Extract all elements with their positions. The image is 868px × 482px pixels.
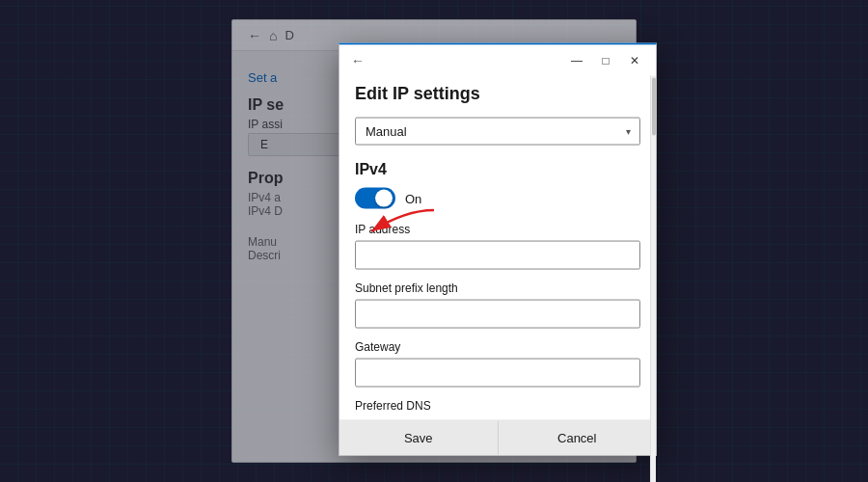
cancel-button[interactable]: Cancel — [499, 421, 657, 455]
ipv4-toggle[interactable] — [355, 188, 395, 209]
gateway-label: Gateway — [355, 340, 640, 354]
toggle-thumb — [375, 190, 393, 207]
home-icon: ⌂ — [269, 28, 277, 43]
modal-body: Edit IP settings Manual ▾ IPv4 On IP add… — [339, 76, 656, 420]
modal-titlebar: ← — □ ✕ — [339, 45, 656, 76]
modal-title: Edit IP settings — [355, 84, 640, 104]
gateway-input[interactable] — [355, 359, 640, 388]
back-arrow-icon: ← — [240, 24, 269, 47]
scrollbar[interactable] — [650, 76, 656, 482]
ip-mode-dropdown-wrapper: Manual ▾ — [355, 118, 640, 146]
restore-button[interactable]: □ — [592, 47, 619, 74]
ip-mode-dropdown[interactable]: Manual — [355, 118, 640, 146]
modal-footer: Save Cancel — [339, 420, 656, 455]
toggle-on-label: On — [405, 191, 421, 205]
minimize-button[interactable]: — — [563, 47, 590, 74]
ip-address-label: IP address — [355, 223, 640, 236]
preferred-dns-label: Preferred DNS — [355, 399, 640, 420]
subnet-label: Subnet prefix length — [355, 281, 640, 295]
subnet-input[interactable] — [355, 300, 640, 329]
modal-back-icon[interactable]: ← — [351, 53, 365, 68]
breadcrumb: D — [285, 28, 293, 42]
ipv4-heading: IPv4 — [355, 161, 640, 178]
save-button[interactable]: Save — [339, 421, 499, 455]
edit-ip-settings-dialog: ← — □ ✕ Edit IP settings Manual ▾ IPv4 O… — [339, 43, 657, 456]
ipv4-toggle-row: On — [355, 188, 640, 209]
window-controls: — □ ✕ — [563, 47, 648, 74]
ip-address-input[interactable] — [355, 241, 640, 270]
scroll-thumb — [652, 78, 656, 136]
close-button[interactable]: ✕ — [621, 47, 648, 74]
